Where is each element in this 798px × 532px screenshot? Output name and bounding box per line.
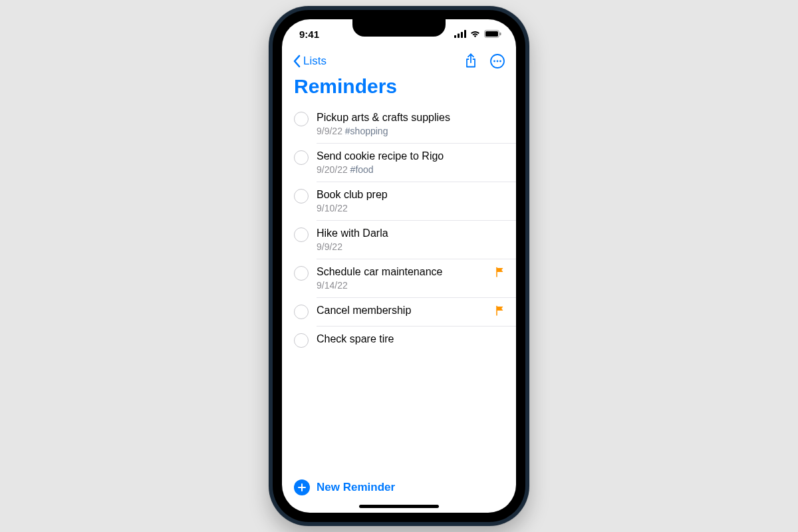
reminder-date: 9/9/22 [317,241,342,252]
reminder-checkbox[interactable] [294,227,309,242]
reminder-checkbox[interactable] [294,112,309,126]
reminder-row[interactable]: Hike with Darla9/9/22 [294,220,516,259]
reminder-row[interactable]: Pickup arts & crafts supplies9/9/22 #sho… [294,104,516,143]
reminder-body: Cancel membership [317,304,489,317]
plus-circle-icon [294,479,310,495]
reminder-title: Check spare tire [317,332,505,346]
reminder-row[interactable]: Send cookie recipe to Rigo9/20/22 #food [294,143,516,182]
svg-point-9 [497,61,499,63]
reminder-checkbox[interactable] [294,333,309,348]
chevron-left-icon [293,55,301,68]
reminder-date: 9/20/22 [317,164,348,175]
svg-rect-3 [464,30,466,38]
reminder-body: Hike with Darla9/9/22 [317,227,505,252]
flag-icon [495,267,505,277]
reminder-tag[interactable]: #shopping [345,126,388,136]
new-reminder-label: New Reminder [317,481,395,494]
screen: 9:41 [282,19,516,513]
reminder-row[interactable]: Schedule car maintenance9/14/22 [294,259,516,297]
share-icon [464,53,477,69]
cellular-icon [454,30,466,38]
reminder-title: Send cookie recipe to Rigo [317,150,505,163]
svg-rect-6 [500,33,501,35]
back-label: Lists [303,55,327,68]
reminder-body: Book club prep9/10/22 [317,188,505,213]
reminder-checkbox[interactable] [294,189,309,203]
flag-icon [495,305,505,316]
phone-bezel: 9:41 [273,10,525,522]
reminder-title: Schedule car maintenance [317,265,489,279]
reminder-date: 9/9/22 [317,126,342,136]
reminder-subtitle: 9/14/22 [317,280,489,291]
reminder-list[interactable]: Pickup arts & crafts supplies9/9/22 #sho… [282,104,516,473]
more-icon [489,53,505,69]
share-button[interactable] [464,53,477,69]
home-indicator[interactable] [359,505,439,508]
status-time: 9:41 [299,29,319,40]
reminder-date: 9/14/22 [317,280,348,291]
back-button[interactable]: Lists [293,55,327,68]
reminder-body: Pickup arts & crafts supplies9/9/22 #sho… [317,111,505,136]
phone-frame: 9:41 [269,6,529,526]
reminder-checkbox[interactable] [294,266,309,281]
reminder-checkbox[interactable] [294,305,309,319]
reminder-subtitle: 9/9/22 [317,241,505,252]
reminder-tag[interactable]: #food [350,164,374,175]
reminder-date: 9/10/22 [317,203,348,213]
svg-point-10 [499,61,501,63]
svg-point-8 [493,61,495,63]
reminder-subtitle: 9/9/22 #shopping [317,126,505,136]
reminder-body: Schedule car maintenance9/14/22 [317,265,489,291]
reminder-title: Cancel membership [317,304,489,317]
page-title: Reminders [282,74,516,104]
reminder-row[interactable]: Book club prep9/10/22 [294,182,516,220]
reminder-title: Pickup arts & crafts supplies [317,111,505,124]
status-right [454,30,501,38]
svg-rect-5 [485,31,498,37]
notch [352,19,446,37]
more-button[interactable] [489,53,505,69]
reminder-row[interactable]: Cancel membership [294,297,516,326]
reminder-row[interactable]: Check spare tire [294,326,516,354]
svg-rect-1 [458,34,460,39]
battery-icon [484,30,501,38]
reminder-title: Book club prep [317,188,505,201]
svg-rect-2 [461,32,463,38]
reminder-body: Check spare tire [317,332,505,346]
svg-rect-0 [454,35,456,38]
wifi-icon [469,30,481,38]
reminder-subtitle: 9/10/22 [317,203,505,213]
reminder-title: Hike with Darla [317,227,505,240]
reminder-subtitle: 9/20/22 #food [317,164,505,175]
reminder-checkbox[interactable] [294,150,309,165]
reminder-body: Send cookie recipe to Rigo9/20/22 #food [317,150,505,175]
nav-bar: Lists [282,49,516,74]
